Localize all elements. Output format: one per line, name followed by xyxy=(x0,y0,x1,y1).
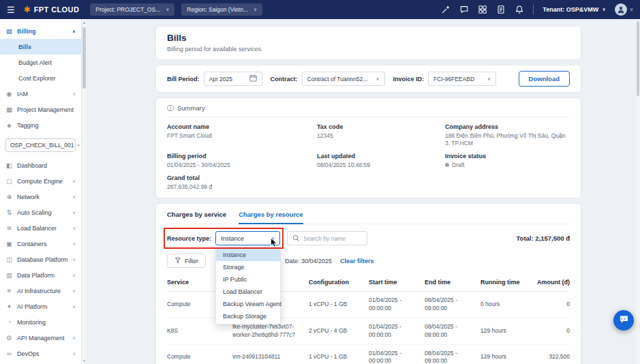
chevron-down-icon: ∨ xyxy=(72,273,76,278)
sidebar-item-containers[interactable]: ▣Containers∨ xyxy=(0,236,81,252)
bill-period-input[interactable]: Apr 2025 xyxy=(204,72,262,86)
sidebar-item-dashboard[interactable]: ◧Dashboard xyxy=(0,157,81,173)
sidebar-item-iam[interactable]: ◉IAM∨ xyxy=(0,86,81,102)
sidebar-item-label: Budget Alert xyxy=(18,59,52,66)
scroll-up-arrow-icon[interactable]: ▲ xyxy=(82,20,87,25)
main-scrollbar[interactable] xyxy=(636,19,640,364)
chevron-down-icon: ∨ xyxy=(77,142,80,148)
grand-total-label: Grand total xyxy=(167,175,570,181)
dropdown-option-backup-storage[interactable]: Backup Storage xyxy=(216,310,280,322)
bill-period-value: Apr 2025 xyxy=(209,76,233,82)
sidebar-item-billing[interactable]: ▤Billing∧ xyxy=(0,23,81,39)
filter-button[interactable]: Filter xyxy=(167,254,206,268)
summary-title: Summary xyxy=(177,104,205,112)
info-icon: ⓘ xyxy=(167,105,174,112)
dropdown-option-instance[interactable]: Instance xyxy=(216,249,280,261)
sidebar-item-data-platform[interactable]: ▥Data Platform∨ xyxy=(0,267,81,283)
sidebar-scrollbar[interactable]: ▲ ▼ xyxy=(82,19,87,364)
chevron-down-icon: ∨ xyxy=(602,7,606,12)
resource-type-select[interactable]: Instance ∨ InstanceStorageIP PublicLoad … xyxy=(215,231,280,245)
summary-field-label: Tax code xyxy=(317,123,440,130)
tenant-selector[interactable]: Tenant: OSP&VMW ∨ xyxy=(543,6,606,13)
cell-config: 1 vCPU - 1 GB xyxy=(309,348,366,364)
tenant-label: Tenant: OSP&VMW xyxy=(543,6,598,13)
sidebar-item-label: Containers xyxy=(17,241,47,247)
sidebar-item-ai-infrastructure[interactable]: ✳AI Infrastructure∨ xyxy=(0,283,81,299)
iam-icon: ◉ xyxy=(5,90,13,97)
contract-value: Contract of Tuannn52... xyxy=(307,76,368,82)
dropdown-option-load-balancer[interactable]: Load Balancer xyxy=(216,286,280,298)
sidebar-item-bills[interactable]: Bills xyxy=(0,39,81,55)
hamburger-menu-icon[interactable]: ☰ xyxy=(7,5,15,15)
sidebar-workspace-select[interactable]: OSP_CHECK_BILL_001∨ xyxy=(5,138,76,152)
charges-controls: Resource type: Instance ∨ InstanceStorag… xyxy=(167,231,570,245)
main-scrollbar-thumb[interactable] xyxy=(637,21,639,96)
resource-type-group: Resource type: Instance ∨ InstanceStorag… xyxy=(167,231,280,245)
search-input[interactable] xyxy=(303,235,362,242)
column-header: End time xyxy=(425,274,478,291)
summary-grid: Account nameFPT Smart CloudTax code12345… xyxy=(167,123,570,175)
clear-filters-link[interactable]: Clear filters xyxy=(340,258,374,264)
sidebar-item-database-platform[interactable]: ◫Database Platform∨ xyxy=(0,252,81,267)
user-menu[interactable]: ∨ xyxy=(615,3,633,16)
summary-field: Account nameFPT Smart Cloud xyxy=(167,123,311,147)
summary-field-value: 01/04/2025 - 30/04/2025 xyxy=(167,162,311,169)
sidebar-item-label: API Management xyxy=(17,335,65,342)
summary-field-label: Company address xyxy=(445,123,570,130)
sidebar-item-ai-platform[interactable]: ✦AI Platform∨ xyxy=(0,299,81,314)
documentation-icon[interactable] xyxy=(496,5,506,14)
funnel-icon xyxy=(174,257,181,265)
topbar-divider xyxy=(533,5,534,14)
api-management-icon: ⚙ xyxy=(5,334,13,342)
sidebar-item-api-management[interactable]: ⚙API Management∨ xyxy=(0,330,81,346)
sidebar-item-budget-alert[interactable]: Budget Alert xyxy=(0,55,81,70)
summary-field: Invoice statusDraft xyxy=(445,153,570,169)
tab-charges-by-service[interactable]: Charges by service xyxy=(167,211,226,224)
invoice-id-select[interactable]: FCI-96FEEABD ∨ xyxy=(428,72,496,86)
cell-amount: 0 xyxy=(532,322,570,340)
chevron-down-icon: ∨ xyxy=(72,226,76,231)
sidebar-item-monitoring[interactable]: ◔Monitoring xyxy=(0,314,81,330)
dropdown-option-ip-public[interactable]: IP Public xyxy=(216,273,280,286)
bill-filters-card: Bill Period: Apr 2025 Contract: Contract… xyxy=(155,65,581,93)
project-selector[interactable]: Project: PROJECT_OS... ∨ xyxy=(90,3,174,16)
chevron-down-icon: ∨ xyxy=(72,351,76,357)
bill-period-label: Bill Period: xyxy=(167,76,200,82)
notification-bell-icon[interactable] xyxy=(515,5,524,14)
dropdown-option-storage[interactable]: Storage xyxy=(216,261,280,273)
sidebar-item-cost-explorer[interactable]: Cost Explorer xyxy=(0,70,81,86)
invoice-id-label: Invoice ID: xyxy=(393,76,425,82)
sidebar-item-label: Monitoring xyxy=(17,319,46,326)
cell-service: K8S xyxy=(167,322,230,340)
sidebar-scrollbar-thumb[interactable] xyxy=(82,27,86,89)
sidebar-item-project-management[interactable]: ▦Project Management xyxy=(0,102,81,117)
sidebar-item-label: Bills xyxy=(18,44,31,50)
summary-field-value: 08/04/2025 10:48:59 xyxy=(317,162,440,169)
contract-select[interactable]: Contract of Tuannn52... ∨ xyxy=(302,72,385,86)
sidebar-item-load-balancer[interactable]: ≋Load Balancer∨ xyxy=(0,220,81,236)
sidebar-item-tagging[interactable]: ◈Tagging xyxy=(0,117,81,133)
apps-grid-icon[interactable] xyxy=(478,5,487,14)
sidebar-item-label: Load Balancer xyxy=(17,225,57,232)
download-button[interactable]: Download xyxy=(519,71,570,87)
region-selector[interactable]: Region: Saigon (Vietn... ∨ xyxy=(181,3,262,16)
explore-icon[interactable] xyxy=(441,5,451,14)
column-header: Configuration xyxy=(309,274,366,291)
search-box[interactable] xyxy=(287,231,367,245)
topbar-actions: Tenant: OSP&VMW ∨ ∨ xyxy=(441,3,633,16)
support-chat-button[interactable] xyxy=(613,310,634,331)
sidebar-item-auto-scaling[interactable]: ⇅Auto Scaling∨ xyxy=(0,204,81,220)
cell-running: 0 hours xyxy=(481,296,530,314)
summary-field-value: 186 Điện Biên Phủ, Phường Võ Thị Sáu, Qu… xyxy=(445,132,570,148)
ai-platform-icon: ✦ xyxy=(5,303,13,310)
sidebar-item-label: Cost Explorer xyxy=(18,75,56,82)
charges-tabs: Charges by serviceCharges by resource xyxy=(167,204,570,224)
tab-charges-by-resource[interactable]: Charges by resource xyxy=(239,211,303,224)
sidebar-item-network[interactable]: ⊕Network∨ xyxy=(0,189,81,204)
sidebar-item-compute-engine[interactable]: ▢Compute Engine∨ xyxy=(0,173,81,189)
feedback-chat-icon[interactable] xyxy=(459,5,469,14)
dropdown-option-backup-veeam-agent[interactable]: Backup Veeam Agent xyxy=(216,298,280,310)
sidebar-item-devops[interactable]: ∞DevOps∨ xyxy=(0,346,81,361)
chat-bubble-icon xyxy=(619,314,629,327)
scroll-down-arrow-icon[interactable]: ▼ xyxy=(82,359,87,363)
